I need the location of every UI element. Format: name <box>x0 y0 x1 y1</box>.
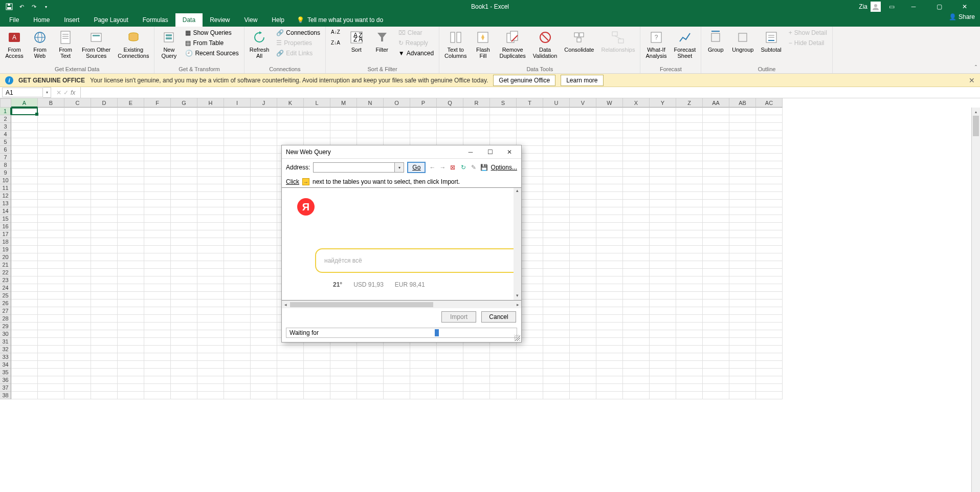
cell[interactable] <box>623 346 650 353</box>
cell[interactable] <box>756 376 783 384</box>
cell[interactable] <box>144 323 171 330</box>
cell[interactable] <box>729 177 756 184</box>
column-header[interactable]: F <box>144 98 171 108</box>
cell[interactable] <box>144 207 171 215</box>
cell[interactable] <box>118 169 144 177</box>
cell[interactable] <box>623 369 650 376</box>
cell[interactable] <box>729 261 756 269</box>
cell[interactable] <box>703 169 729 177</box>
cell[interactable] <box>703 261 729 269</box>
web-preview[interactable]: Я найдётся всё 21° USD 91,93 EUR 98,41 ▴… <box>282 188 521 301</box>
cell[interactable] <box>144 353 171 361</box>
cell[interactable] <box>118 292 144 300</box>
cell[interactable] <box>171 177 197 184</box>
cell[interactable] <box>729 161 756 169</box>
cell[interactable] <box>118 246 144 253</box>
cell[interactable] <box>463 384 490 392</box>
connections-button[interactable]: 🔗Connections <box>274 28 322 37</box>
cell[interactable] <box>118 300 144 307</box>
tab-file[interactable]: File <box>2 13 26 27</box>
cell[interactable] <box>729 230 756 238</box>
cell[interactable] <box>64 369 91 376</box>
cell[interactable] <box>91 223 118 230</box>
cell[interactable] <box>676 223 703 230</box>
row-header[interactable]: 32 <box>0 346 11 353</box>
cell[interactable] <box>277 361 304 369</box>
cell[interactable] <box>91 292 118 300</box>
row-header[interactable]: 9 <box>0 169 11 177</box>
qat-customize-icon[interactable]: ▾ <box>42 3 50 11</box>
cell[interactable] <box>64 223 91 230</box>
cell[interactable] <box>410 376 437 384</box>
cell[interactable] <box>543 261 570 269</box>
cell[interactable] <box>543 269 570 276</box>
cell[interactable] <box>38 192 64 200</box>
cell[interactable] <box>729 269 756 276</box>
cell[interactable] <box>11 192 38 200</box>
cell[interactable] <box>357 376 384 384</box>
cell[interactable] <box>463 108 490 115</box>
cell[interactable] <box>224 307 251 315</box>
column-header[interactable]: V <box>570 98 596 108</box>
cell[interactable] <box>570 269 596 276</box>
cell[interactable] <box>197 177 224 184</box>
go-button[interactable]: Go <box>407 162 426 173</box>
cell[interactable] <box>410 392 437 399</box>
cell[interactable] <box>650 246 676 253</box>
cell[interactable] <box>570 184 596 192</box>
cell[interactable] <box>64 230 91 238</box>
cell[interactable] <box>570 200 596 207</box>
cell[interactable] <box>676 361 703 369</box>
cell[interactable] <box>490 384 517 392</box>
cell[interactable] <box>251 192 277 200</box>
cell[interactable] <box>144 392 171 399</box>
cell[interactable] <box>623 161 650 169</box>
cell[interactable] <box>251 384 277 392</box>
cell[interactable] <box>703 108 729 115</box>
cell[interactable] <box>11 307 38 315</box>
cell[interactable] <box>517 361 543 369</box>
cell[interactable] <box>623 361 650 369</box>
yandex-search-input[interactable]: найдётся всё <box>315 248 521 273</box>
cell[interactable] <box>596 154 623 161</box>
cell[interactable] <box>11 346 38 353</box>
cell[interactable] <box>570 276 596 284</box>
cell[interactable] <box>171 131 197 138</box>
cell[interactable] <box>38 230 64 238</box>
cell[interactable] <box>197 292 224 300</box>
cell[interactable] <box>64 330 91 338</box>
cell[interactable] <box>703 253 729 261</box>
cell[interactable] <box>676 253 703 261</box>
cell[interactable] <box>38 361 64 369</box>
cell[interactable] <box>756 108 783 115</box>
cell[interactable] <box>171 376 197 384</box>
cell[interactable] <box>676 200 703 207</box>
cell[interactable] <box>64 276 91 284</box>
cell[interactable] <box>118 261 144 269</box>
cell[interactable] <box>596 300 623 307</box>
cell[interactable] <box>623 207 650 215</box>
cell[interactable] <box>756 353 783 361</box>
cell[interactable] <box>650 146 676 154</box>
cell[interactable] <box>38 108 64 115</box>
scroll-right-arrow-icon[interactable]: ▸ <box>514 302 521 307</box>
cell[interactable] <box>224 146 251 154</box>
cell[interactable] <box>144 300 171 307</box>
cell[interactable] <box>251 238 277 246</box>
column-header[interactable]: P <box>410 98 437 108</box>
cell[interactable] <box>171 138 197 146</box>
cell[interactable] <box>118 269 144 276</box>
cell[interactable] <box>729 192 756 200</box>
cell[interactable] <box>197 330 224 338</box>
cell[interactable] <box>703 238 729 246</box>
cell[interactable] <box>91 169 118 177</box>
cell[interactable] <box>756 138 783 146</box>
cell[interactable] <box>118 353 144 361</box>
column-header[interactable]: W <box>596 98 623 108</box>
cell[interactable] <box>729 284 756 292</box>
cell[interactable] <box>277 346 304 353</box>
cell[interactable] <box>596 292 623 300</box>
cell[interactable] <box>570 369 596 376</box>
cell[interactable] <box>38 376 64 384</box>
cell[interactable] <box>38 323 64 330</box>
